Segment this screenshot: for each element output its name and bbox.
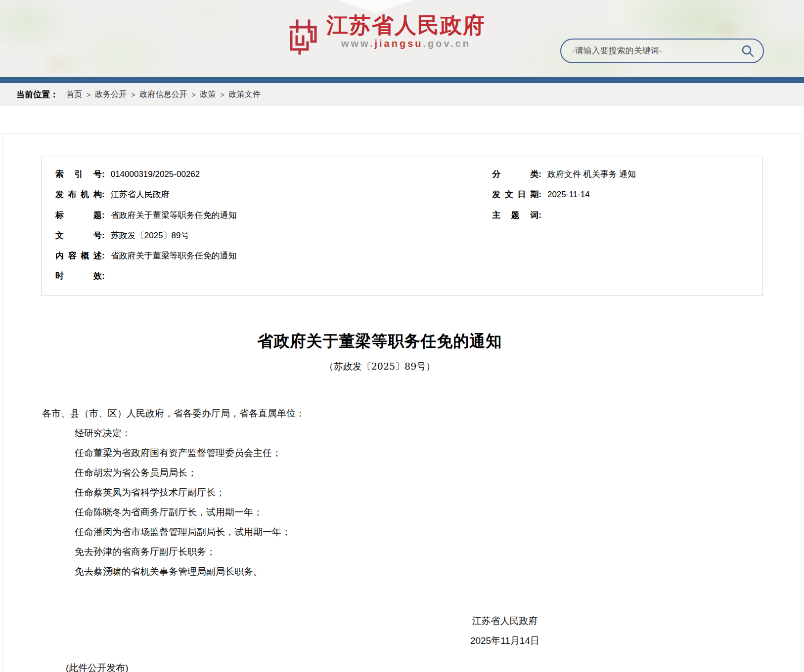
document-paragraph: 免去蔡湧啸的省机关事务管理局副局长职务。 <box>42 562 717 582</box>
meta-row-title: 标题: 省政府关于董梁等职务任免的通知 <box>55 210 492 220</box>
meta-row-summary: 内容概述: 省政府关于董梁等职务任免的通知 <box>55 251 492 261</box>
meta-value: 政府文件 机关事务 通知 <box>547 169 636 179</box>
public-release-note: (此件公开发布) <box>42 662 717 672</box>
search-button[interactable] <box>739 42 756 59</box>
meta-colon: : <box>538 189 541 200</box>
meta-value: 苏政发〔2025〕89号 <box>111 230 189 241</box>
meta-column-right: 分类: 政府文件 机关事务 通知 发文日期: 2025-11-14 主题词: <box>492 169 749 292</box>
document-paragraph: 任命董梁为省政府国有资产监督管理委员会主任； <box>42 443 717 463</box>
meta-colon: : <box>102 271 105 281</box>
document-paragraph: 任命胡宏为省公务员局局长； <box>42 463 717 483</box>
meta-label: 文号 <box>55 230 102 241</box>
breadcrumb-separator: > <box>87 91 90 99</box>
document-paragraph: 免去孙津的省商务厅副厅长职务； <box>42 542 717 562</box>
meta-colon: : <box>102 169 105 179</box>
meta-label: 内容概述 <box>55 251 102 261</box>
site-logo[interactable]: 江苏省人民政府 www.jiangsu.gov.cn <box>285 14 486 55</box>
jiangsu-seal-icon <box>285 17 320 55</box>
content-panel: 索引号: 014000319/2025-00262 发布机构: 江苏省人民政府 … <box>2 133 802 672</box>
site-url-suffix: .gov.cn <box>423 38 471 49</box>
breadcrumb-link-gov-affairs[interactable]: 政务公开 <box>95 89 127 100</box>
breadcrumb-label: 当前位置： <box>16 89 58 100</box>
breadcrumb: 当前位置： 首页 > 政务公开 > 政府信息公开 > 政策 > 政策文件 <box>0 83 804 106</box>
site-url: www.jiangsu.gov.cn <box>326 38 486 49</box>
meta-row-issuing-agency: 发布机构: 江苏省人民政府 <box>55 189 492 200</box>
search-input[interactable] <box>572 46 739 56</box>
signature-date: 2025年11月14日 <box>470 631 539 651</box>
breadcrumb-separator: > <box>131 91 135 99</box>
site-url-www: www. <box>341 38 374 49</box>
meta-label: 标题 <box>55 210 102 220</box>
meta-label: 发文日期 <box>492 189 538 200</box>
meta-value: 省政府关于董梁等职务任免的通知 <box>111 251 237 261</box>
meta-value: 省政府关于董梁等职务任免的通知 <box>111 210 237 220</box>
search-box <box>560 39 764 63</box>
breadcrumb-link-policy[interactable]: 政策 <box>200 89 216 100</box>
meta-colon: : <box>102 210 105 220</box>
meta-row-keywords: 主题词: <box>492 210 749 220</box>
breadcrumb-link-home[interactable]: 首页 <box>66 89 82 100</box>
meta-column-left: 索引号: 014000319/2025-00262 发布机构: 江苏省人民政府 … <box>55 169 492 292</box>
meta-colon: : <box>102 251 105 261</box>
breadcrumb-link-gov-info[interactable]: 政府信息公开 <box>139 89 187 100</box>
signature-block: 江苏省人民政府 2025年11月14日 <box>470 611 539 651</box>
breadcrumb-separator: > <box>191 91 195 99</box>
meta-colon: : <box>102 189 105 200</box>
document-paragraph: 任命陈晓冬为省商务厅副厅长，试用期一年； <box>42 503 717 522</box>
meta-value: 2025-11-14 <box>547 189 590 200</box>
document-salutation: 各市、县（市、区）人民政府，省各委办厅局，省各直属单位： <box>42 404 717 423</box>
meta-label: 分类 <box>492 169 538 179</box>
meta-label: 时效 <box>55 271 102 281</box>
meta-label: 发布机构 <box>55 189 102 200</box>
document-title: 省政府关于董梁等职务任免的通知 <box>42 331 717 352</box>
header-notch-decoration <box>338 0 414 13</box>
meta-value: 江苏省人民政府 <box>111 189 170 200</box>
meta-row-index-number: 索引号: 014000319/2025-00262 <box>55 169 492 179</box>
document-number: （苏政发〔2025〕89号） <box>42 360 717 373</box>
site-url-domain: jiangsu <box>374 38 423 49</box>
document-paragraph: 经研究决定： <box>42 423 717 443</box>
logo-text: 江苏省人民政府 www.jiangsu.gov.cn <box>326 14 486 49</box>
meta-row-validity: 时效: <box>55 271 492 281</box>
meta-value: 014000319/2025-00262 <box>111 169 200 179</box>
document-text: 各市、县（市、区）人民政府，省各委办厅局，省各直属单位： 经研究决定： 任命董梁… <box>42 404 717 582</box>
document-meta-table: 索引号: 014000319/2025-00262 发布机构: 江苏省人民政府 … <box>41 156 763 296</box>
document-paragraph: 任命蔡英凤为省科学技术厅副厅长； <box>42 483 717 503</box>
signature-org: 江苏省人民政府 <box>470 611 539 631</box>
meta-colon: : <box>102 230 105 241</box>
meta-row-doc-number: 文号: 苏政发〔2025〕89号 <box>55 230 492 241</box>
meta-row-issue-date: 发文日期: 2025-11-14 <box>492 189 749 200</box>
document-paragraph: 任命潘闵为省市场监督管理局副局长，试用期一年； <box>42 522 717 542</box>
site-header: 江苏省人民政府 www.jiangsu.gov.cn <box>0 0 804 77</box>
top-divider-bar <box>0 77 804 83</box>
meta-label: 索引号 <box>55 169 102 179</box>
meta-colon: : <box>538 210 541 220</box>
breadcrumb-separator: > <box>221 91 224 99</box>
meta-colon: : <box>538 169 541 179</box>
document-body: 省政府关于董梁等职务任免的通知 （苏政发〔2025〕89号） 各市、县（市、区）… <box>42 331 717 672</box>
breadcrumb-link-policy-docs[interactable]: 政策文件 <box>229 89 261 100</box>
meta-label: 主题词 <box>492 210 538 220</box>
meta-row-category: 分类: 政府文件 机关事务 通知 <box>492 169 749 179</box>
search-icon <box>740 43 755 58</box>
site-name: 江苏省人民政府 <box>326 14 486 37</box>
